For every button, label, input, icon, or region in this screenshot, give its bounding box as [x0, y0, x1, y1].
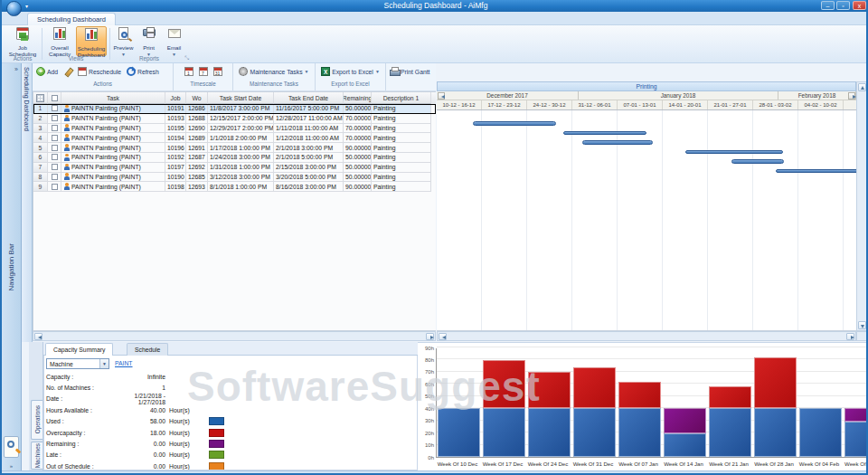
maintenance-tasks-button[interactable]: Maintenance Tasks▼: [237, 66, 310, 77]
nav-overflow-chevron-icon[interactable]: »: [2, 463, 21, 469]
vertical-tab-scheduling-dashboard[interactable]: Scheduling Dashboard: [22, 63, 33, 342]
column-header-wo[interactable]: Wo: [186, 92, 208, 104]
checkbox[interactable]: [52, 145, 58, 151]
checkbox[interactable]: [52, 164, 58, 170]
checkbox[interactable]: [52, 174, 58, 180]
table-row[interactable]: 6PAINTN Painting (PAINT)10192126871/24/2…: [33, 153, 436, 163]
column-header-task-end-date[interactable]: Task End Date: [274, 92, 344, 104]
legend-color-swatch: [209, 440, 224, 448]
scroll-right-icon[interactable]: [846, 333, 854, 340]
column-header-task-start-date[interactable]: Task Start Date: [208, 92, 274, 104]
cell-job: 10192: [165, 153, 186, 163]
checkbox[interactable]: [52, 154, 58, 160]
add-button[interactable]: +Add: [34, 66, 60, 77]
capacity-row-unit: Hour(s): [165, 451, 196, 458]
column-header-remaining[interactable]: Remaining: [344, 92, 372, 104]
checkbox[interactable]: [52, 95, 58, 101]
gantt-scroll-right-icon[interactable]: [848, 92, 855, 100]
table-row[interactable]: 7PAINTN Painting (PAINT)10197126921/31/2…: [33, 163, 436, 173]
scroll-left-icon[interactable]: [439, 333, 447, 340]
overall-capacity-button[interactable]: Overall Capacity: [44, 26, 75, 56]
print-button[interactable]: Print▼: [137, 26, 161, 56]
column-header-job[interactable]: Job: [165, 92, 186, 104]
table-row[interactable]: 8PAINTN Painting (PAINT)10190126853/12/2…: [33, 173, 436, 183]
toolbar-group-label-timescale: Timescale: [174, 81, 232, 87]
nav-search-button[interactable]: [4, 436, 19, 458]
tab-schedule[interactable]: Schedule: [127, 343, 168, 356]
column-header-description-1[interactable]: Description 1: [372, 92, 431, 104]
gantt-task-bar[interactable]: [731, 159, 784, 164]
scroll-down-icon[interactable]: [858, 321, 866, 329]
table-row[interactable]: 9PAINTN Painting (PAINT)10198126938/1/20…: [33, 182, 436, 192]
legend-color-swatch: [209, 451, 224, 459]
cell-remaining: 90.000000: [344, 143, 372, 153]
timescale-day-button[interactable]: 1: [183, 66, 195, 77]
scroll-up-icon[interactable]: [858, 83, 866, 91]
gantt-scroll-left-icon[interactable]: [438, 92, 445, 100]
navigation-bar[interactable]: » Navigation Bar »: [2, 63, 22, 470]
checkbox[interactable]: [52, 135, 58, 141]
checkbox[interactable]: [52, 125, 58, 131]
y-axis-tick-label: 40h: [418, 406, 434, 412]
scheduling-dashboard-button[interactable]: Scheduling Dashboard: [76, 26, 107, 56]
gantt-task-bar[interactable]: [685, 150, 783, 155]
tab-capacity-summary[interactable]: Capacity Summary: [45, 343, 113, 356]
row-selector-header[interactable]: [33, 92, 48, 104]
gantt-vertical-scrollbar[interactable]: [856, 81, 868, 331]
side-tab-operations[interactable]: Operations: [31, 400, 42, 440]
cell-start: 8/1/2018 1:00:00 PM: [208, 182, 274, 192]
toolbar-group-label-export: Export to Excel: [316, 81, 385, 87]
cell-task: PAINTN Painting (PAINT): [61, 153, 165, 163]
close-button[interactable]: x: [853, 1, 866, 10]
maximize-button[interactable]: ▫: [836, 1, 850, 10]
reschedule-button[interactable]: Reschedule: [76, 66, 123, 77]
capacity-summary-content: Machine ▼ PAINT Capacity :InfiniteNo. of…: [43, 356, 418, 470]
gantt-week-label: 07-01 - 13-01: [618, 100, 663, 110]
cell-end: 3/20/2018 5:00:00 PM: [274, 173, 344, 183]
gantt-month-header: December 2017January 2018February 2018: [437, 91, 856, 100]
side-tab-machines[interactable]: Machines: [31, 442, 42, 470]
table-row[interactable]: 1PAINTN Painting (PAINT)101911268611/8/2…: [33, 104, 436, 114]
minimize-button[interactable]: –: [821, 1, 835, 10]
y-axis-tick-label: 30h: [418, 418, 434, 423]
column-header-task[interactable]: Task: [61, 92, 165, 104]
checkbox[interactable]: [52, 184, 58, 190]
table-row[interactable]: 4PAINTN Painting (PAINT)10194126891/1/20…: [33, 133, 436, 143]
gantt-task-bar[interactable]: [563, 131, 646, 136]
gantt-task-bar[interactable]: [776, 169, 856, 174]
gantt-task-bar[interactable]: [582, 140, 653, 145]
calendar-week-icon: 7: [199, 67, 208, 76]
print-gantt-button[interactable]: Print Gantt: [388, 66, 432, 77]
export-to-excel-button[interactable]: XExport to Excel▼: [319, 66, 382, 77]
capacity-row-value: Infinite: [129, 374, 165, 380]
dialog-launcher-icon[interactable]: ⤡: [184, 55, 189, 62]
table-row[interactable]: 2PAINTN Painting (PAINT)101931268812/15/…: [33, 114, 436, 124]
quick-access-dropdown-icon[interactable]: ▾: [25, 3, 28, 9]
table-horizontal-scrollbar[interactable]: [33, 331, 436, 341]
machine-link[interactable]: PAINT: [115, 360, 133, 366]
cell-wo: 12688: [186, 114, 208, 124]
x-axis-category-label: Week Of 04 Feb: [797, 461, 842, 467]
app-menu-orb-icon[interactable]: [6, 1, 22, 16]
refresh-button[interactable]: Refresh: [125, 66, 161, 77]
gantt-horizontal-scrollbar[interactable]: [437, 331, 856, 341]
preview-button[interactable]: Preview▼: [111, 26, 136, 56]
select-all-header[interactable]: [48, 92, 61, 104]
email-button[interactable]: Email▼: [162, 26, 186, 56]
checkbox[interactable]: [52, 115, 58, 121]
gantt-task-bar[interactable]: [473, 121, 556, 126]
tab-scheduling-dashboard[interactable]: Scheduling Dashboard: [27, 13, 116, 25]
table-row[interactable]: 3PAINTN Painting (PAINT)101951269012/29/…: [33, 124, 436, 134]
scroll-left-icon[interactable]: [34, 333, 42, 340]
scroll-right-icon[interactable]: [426, 333, 434, 340]
edit-button[interactable]: [61, 66, 74, 77]
table-row[interactable]: 5PAINTN Painting (PAINT)10196126911/17/2…: [33, 143, 436, 153]
timescale-week-button[interactable]: 7: [197, 66, 210, 77]
timescale-month-button[interactable]: 31: [212, 66, 224, 77]
checkbox[interactable]: [52, 105, 58, 111]
job-scheduling-button[interactable]: Job Scheduling: [7, 26, 38, 56]
cell-start: 1/1/2018 2:00:00 PM: [208, 133, 274, 143]
cell-desc: Painting: [372, 143, 431, 153]
person-icon: [63, 183, 70, 190]
machine-selector[interactable]: Machine ▼: [46, 358, 109, 369]
